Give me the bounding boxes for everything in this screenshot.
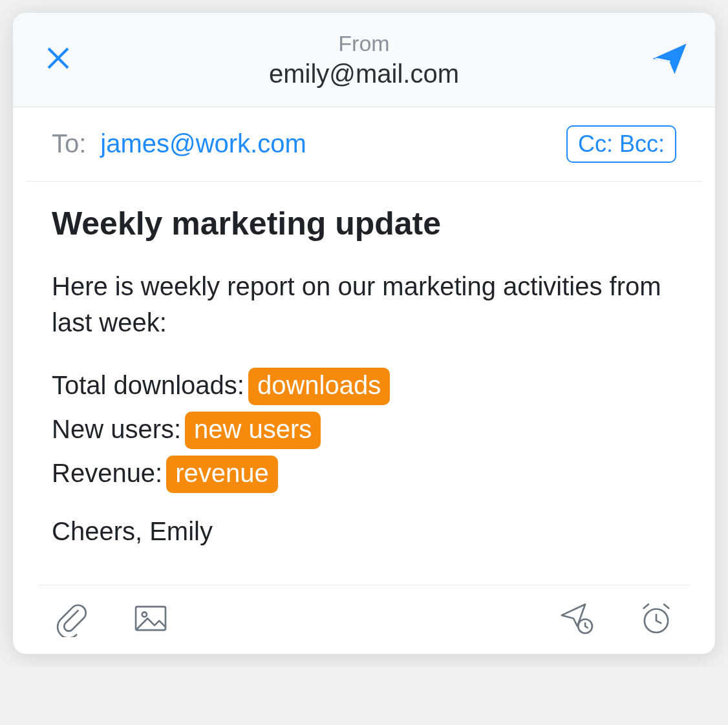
alarm-clock-icon <box>637 600 675 640</box>
attach-button[interactable] <box>52 600 92 640</box>
variable-tag-newusers[interactable]: new users <box>185 412 321 449</box>
from-label: From <box>269 30 459 58</box>
reminder-button[interactable] <box>636 600 676 640</box>
stat-row-newusers: New users:new users <box>52 407 676 451</box>
paperclip-icon <box>53 600 91 640</box>
to-row: To: james@work.com Cc: Bcc: <box>26 107 702 182</box>
compose-header: From emily@mail.com <box>13 13 715 107</box>
paper-plane-icon <box>652 41 688 79</box>
subject-line: Weekly marketing update <box>52 205 676 242</box>
compose-toolbar <box>39 585 689 654</box>
stats-block: Total downloads:downloads New users:new … <box>52 363 676 495</box>
send-later-button[interactable] <box>557 600 597 640</box>
from-block[interactable]: From emily@mail.com <box>269 30 459 90</box>
to-field[interactable]: To: james@work.com <box>52 129 306 158</box>
variable-tag-revenue[interactable]: revenue <box>166 456 278 493</box>
from-email: emily@mail.com <box>269 58 459 90</box>
send-button[interactable] <box>650 40 689 79</box>
svg-point-3 <box>142 612 147 616</box>
stat-label: Total downloads: <box>52 371 244 399</box>
to-email: james@work.com <box>100 129 306 158</box>
compose-email-card: From emily@mail.com To: james@work.com C… <box>13 13 715 654</box>
image-icon <box>132 600 169 640</box>
to-label: To: <box>52 129 86 158</box>
intro-paragraph: Here is weekly report on our marketing a… <box>52 268 676 342</box>
email-body[interactable]: Weekly marketing update Here is weekly r… <box>13 182 715 585</box>
close-button[interactable] <box>39 40 78 79</box>
stat-row-revenue: Revenue:revenue <box>52 451 676 495</box>
cc-bcc-button[interactable]: Cc: Bcc: <box>566 125 676 163</box>
send-later-icon <box>559 600 596 640</box>
stat-label: New users: <box>52 415 181 443</box>
variable-tag-downloads[interactable]: downloads <box>248 368 390 405</box>
close-icon <box>45 45 71 74</box>
signoff: Cheers, Emily <box>52 517 676 546</box>
stat-label: Revenue: <box>52 459 162 487</box>
insert-image-button[interactable] <box>131 600 171 640</box>
stat-row-downloads: Total downloads:downloads <box>52 363 676 407</box>
